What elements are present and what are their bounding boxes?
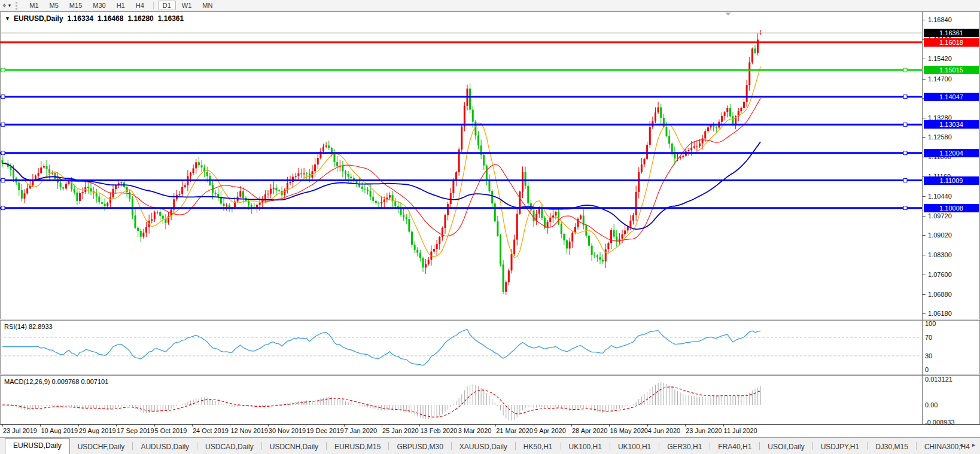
chart-shift-marker-icon[interactable] (725, 13, 731, 16)
tab-usdjpy-h1[interactable]: USDJPY,H1 (813, 440, 867, 454)
date-label: 19 Dec 2019 (306, 427, 343, 434)
price-axis[interactable]: 1.168401.161201.154201.147001.140001.132… (923, 11, 980, 425)
crosshair-tool-icon[interactable]: ⌖ (2, 1, 7, 11)
timeframe-button-mn[interactable]: MN (197, 1, 217, 10)
date-label: 3 Mar 2020 (458, 427, 492, 434)
rsi-canvas[interactable] (0, 321, 922, 374)
rsi-scale-label: 70 (925, 334, 932, 341)
ohlc-high: 1.16468 (98, 14, 123, 23)
timeframe-button-m1[interactable]: M1 (25, 1, 43, 10)
date-label: 17 Sep 2019 (117, 427, 154, 434)
date-tick-mark (154, 425, 155, 426)
macd-scale-label: 0.013121 (925, 376, 952, 383)
price-badge-1.16018: 1.16018 (924, 38, 979, 47)
tab-eurusd-daily[interactable]: EURUSD,Daily (5, 438, 70, 454)
date-tick-mark (419, 425, 420, 426)
price-tick-mark (923, 118, 926, 118)
moving-average-medium (2, 98, 760, 241)
tab-scroll-right-icon[interactable]: ► (971, 442, 976, 448)
time-axis[interactable]: 23 Jul 201910 Aug 201929 Aug 201917 Sep … (0, 425, 980, 437)
toolbar-grip[interactable] (16, 2, 20, 10)
tab-uk100-h1[interactable]: UK100,H1 (561, 440, 610, 454)
price-tick-label: 1.14700 (928, 75, 952, 83)
price-tick-label: 1.12580 (928, 133, 952, 141)
date-label: 29 Aug 2019 (79, 427, 116, 434)
chart-dropdown-icon[interactable]: ▼ (5, 16, 10, 22)
timeframe-button-m15[interactable]: M15 (65, 1, 87, 10)
macd-indicator-label: MACD(12,26,9) 0.009768 0.007101 (4, 378, 108, 385)
line-anchor-handle[interactable] (903, 179, 907, 182)
timeframe-button-w1[interactable]: W1 (177, 1, 197, 10)
tab-gbpusd-m30[interactable]: GBPUSD,M30 (389, 440, 451, 454)
chart-window: ▼EURUSD,Daily1.163341.164681.162801.1636… (0, 11, 980, 437)
date-label: 23 Jun 2020 (686, 427, 722, 434)
date-tick-mark (382, 425, 382, 426)
date-tick-mark (192, 425, 193, 426)
timeframe-button-d1[interactable]: D1 (158, 1, 176, 10)
date-tick-mark (344, 425, 345, 426)
tab-xauusd-daily[interactable]: XAUUSD,Daily (452, 440, 515, 454)
chart-tab-bar: EURUSD,DailyUSDCHF,DailyAUDUSD,DailyUSDC… (0, 437, 980, 454)
line-anchor-handle[interactable] (903, 68, 907, 72)
ohlc-low: 1.16280 (127, 14, 153, 23)
date-tick-mark (685, 425, 686, 426)
price-badge-1.15015: 1.15015 (924, 66, 979, 74)
tab-usoil-daily[interactable]: USOil,Daily (760, 440, 812, 454)
price-tick-mark (923, 79, 926, 80)
tab-usdcad-daily[interactable]: USDCAD,Daily (197, 440, 261, 454)
tab-fra40-h1[interactable]: FRA40,H1 (710, 440, 759, 454)
price-badge-1.10008: 1.10008 (924, 204, 979, 212)
date-label: 9 Apr 2020 (534, 427, 566, 434)
date-tick-mark (306, 425, 306, 426)
tab-hk50-h1[interactable]: HK50,H1 (516, 440, 561, 454)
price-badge-1.16361: 1.16361 (924, 29, 979, 37)
date-label: 13 Feb 2020 (420, 427, 457, 434)
rsi-scale-label: 0 (925, 366, 929, 373)
date-tick-mark (230, 425, 230, 426)
price-tick-label: 1.09020 (928, 231, 952, 239)
date-label: 30 Nov 2019 (269, 427, 306, 434)
line-anchor-handle[interactable] (903, 151, 907, 155)
date-label: 5 Oct 2019 (155, 427, 187, 434)
line-anchor-handle[interactable] (903, 95, 907, 99)
macd-histogram (2, 382, 760, 421)
price-tick-mark (923, 294, 926, 295)
tab-dj30-m15[interactable]: DJ30,M15 (868, 440, 916, 454)
date-label: 24 Oct 2019 (193, 427, 229, 434)
toolbar-dropdown-icon[interactable]: ▾ (8, 2, 11, 8)
line-anchor-handle[interactable] (1, 95, 5, 99)
tab-usdcnh-daily[interactable]: USDCNH,Daily (262, 440, 326, 454)
tab-uk100-h1[interactable]: UK100,H1 (610, 440, 659, 454)
timeframe-toolbar: ⌖ ▾ M1M5M15M30H1H4D1W1MN (0, 0, 980, 11)
line-anchor-handle[interactable] (903, 123, 907, 126)
tab-scroll-left-icon[interactable]: ◄ (958, 442, 964, 448)
chart-symbol-label: EURUSD,Daily (14, 14, 63, 23)
line-anchor-handle[interactable] (1, 68, 5, 72)
tab-scroll-arrows: ◄ ► (952, 442, 976, 448)
tab-ger30-h1[interactable]: GER30,H1 (659, 440, 710, 454)
date-label: 28 Apr 2020 (572, 427, 607, 434)
macd-canvas[interactable] (0, 376, 922, 424)
price-tick-label: 1.06880 (928, 291, 952, 298)
price-chart-canvas[interactable] (0, 11, 922, 319)
date-tick-mark (723, 425, 724, 426)
price-tick-mark (923, 235, 926, 236)
date-tick-mark (647, 425, 648, 426)
tab-usdchf-daily[interactable]: USDCHF,Daily (70, 440, 133, 454)
timeframe-button-m5[interactable]: M5 (45, 1, 63, 10)
timeframe-button-h4[interactable]: H4 (131, 1, 149, 10)
line-anchor-handle[interactable] (1, 123, 5, 126)
tab-eurusd-m15[interactable]: EURUSD,M15 (327, 440, 388, 454)
timeframe-buttons: M1M5M15M30H1H4D1W1MN (24, 1, 218, 10)
line-anchor-handle[interactable] (903, 206, 907, 210)
date-label: 4 Jun 2020 (648, 427, 680, 434)
tab-audusd-daily[interactable]: AUDUSD,Daily (133, 440, 197, 454)
moving-average-fast (2, 66, 760, 257)
line-anchor-handle[interactable] (1, 206, 5, 210)
line-anchor-handle[interactable] (1, 151, 5, 155)
price-tick-mark (923, 196, 926, 197)
timeframe-button-h1[interactable]: H1 (112, 1, 130, 10)
timeframe-button-m30[interactable]: M30 (88, 1, 110, 10)
line-anchor-handle[interactable] (1, 179, 5, 182)
trading-platform-window: ⌖ ▾ M1M5M15M30H1H4D1W1MN ▼EURUSD,Daily1.… (0, 0, 980, 454)
